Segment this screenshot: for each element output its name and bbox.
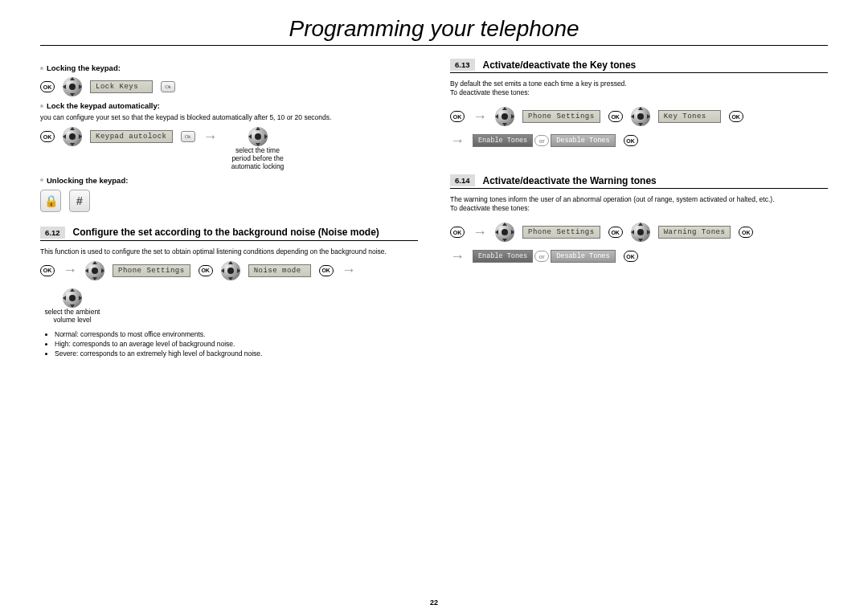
bullet-icon (40, 67, 43, 70)
hash-key-icon: # (69, 190, 90, 212)
right-column: 6.13 Activate/deactivate the Key tones B… (450, 59, 828, 359)
section-num: 6.12 (40, 227, 65, 239)
subhead-unlock: Unlocking the keypad: (40, 176, 418, 185)
section-num: 6.14 (450, 174, 475, 186)
dpad-icon (63, 127, 82, 146)
caption-noise: select the ambient volume level (40, 308, 104, 324)
lcd-phone-settings: Phone Settings (113, 264, 190, 277)
dpad-icon (631, 107, 650, 126)
softkey-ok: Ok (161, 81, 175, 92)
section-title: Activate/deactivate the Key tones (483, 59, 637, 71)
lcd-phone-settings: Phone Settings (522, 226, 600, 239)
page-number: 22 (430, 599, 438, 607)
section-num: 6.13 (450, 59, 475, 71)
ok-button: OK (40, 265, 55, 276)
ok-button: OK (729, 111, 743, 122)
section-6-12-desc: This function is used to configure the s… (40, 247, 418, 256)
subhead-text: Locking the keypad: (47, 63, 121, 72)
s614-desc1: The warning tones inform the user of an … (450, 195, 828, 204)
toggle-tones: Enable Tones or Desable Tones (473, 131, 616, 150)
toggle-disable: Desable Tones (551, 250, 615, 263)
caption-auto: select the time period before the automa… (226, 146, 290, 171)
ok-button: OK (624, 251, 638, 262)
bullet-icon (40, 104, 43, 108)
section-6-12: 6.12 Configure the set according to the … (40, 227, 418, 241)
section-6-13: 6.13 Activate/deactivate the Key tones (450, 59, 828, 73)
arrow-right-icon: → (203, 127, 218, 146)
dpad-icon (495, 107, 514, 126)
ok-button: OK (608, 227, 623, 238)
dpad-icon (63, 288, 82, 308)
noise-bullets: Normal: corresponds to most office envir… (51, 330, 418, 359)
toggle-enable: Enable Tones (473, 250, 533, 263)
ok-button: OK (450, 111, 465, 122)
subhead-lock-keypad: Locking the keypad: (40, 63, 418, 72)
ok-button: OK (739, 227, 753, 238)
dpad-icon (631, 223, 650, 242)
dpad-icon (248, 127, 268, 146)
or-divider-icon: or (534, 135, 549, 146)
dpad-icon (63, 77, 82, 96)
ok-button: OK (319, 265, 334, 276)
lcd-phone-settings: Phone Settings (522, 110, 600, 123)
toggle-tones: Enable Tones or Desable Tones (473, 247, 616, 266)
section-6-14: 6.14 Activate/deactivate the Warning ton… (450, 174, 828, 189)
section-title: Activate/deactivate the Warning tones (483, 175, 657, 186)
s614-desc2: To deactivate these tones: (450, 204, 828, 213)
subhead-text: Lock the keypad automatically: (47, 101, 160, 110)
toggle-disable: Desable Tones (551, 134, 615, 147)
ok-button: OK (450, 227, 465, 238)
auto-lock-desc: you can configure your set so that the k… (40, 113, 418, 122)
or-divider-icon: or (534, 251, 549, 262)
lcd-keypad-autolock: Keypad autolock (90, 130, 173, 143)
dpad-icon (85, 261, 104, 280)
s613-desc1: By default the set emits a tone each tim… (450, 80, 828, 88)
dpad-icon (221, 261, 240, 280)
toggle-enable: Enable Tones (473, 134, 533, 147)
list-item: Normal: corresponds to most office envir… (55, 330, 418, 340)
lcd-noise-mode: Noise mode (248, 264, 311, 277)
softkey-ok: Ok (181, 131, 195, 142)
arrow-right-icon: → (342, 261, 356, 280)
list-item: High: corresponds to an average level of… (55, 340, 418, 349)
subhead-auto-lock: Lock the keypad automatically: (40, 101, 418, 110)
dpad-icon (495, 223, 514, 242)
ok-button: OK (40, 81, 55, 92)
arrow-right-icon: → (63, 261, 77, 280)
s613-desc2: To deactivate these tones: (450, 88, 828, 97)
bullet-icon (40, 178, 43, 182)
ok-button: OK (608, 111, 623, 122)
lcd-key-tones: Key Tones (658, 110, 721, 123)
lock-key-icon: 🔒 (40, 190, 61, 212)
ok-button: OK (624, 135, 638, 146)
arrow-right-icon: → (473, 223, 487, 242)
subhead-text: Unlocking the keypad: (47, 176, 128, 185)
arrow-right-icon: → (473, 107, 487, 126)
section-title: Configure the set according to the backg… (73, 227, 379, 238)
lcd-warning-tones: Warning Tones (658, 226, 731, 239)
left-column: Locking the keypad: OK Lock Keys Ok Lock… (40, 59, 418, 359)
arrow-right-icon: → (450, 131, 465, 150)
lcd-lock-keys: Lock Keys (90, 80, 153, 93)
page-title: Programming your telephone (40, 16, 828, 46)
list-item: Severe: corresponds to an extremely high… (55, 349, 418, 359)
arrow-right-icon: → (450, 247, 465, 266)
ok-button: OK (199, 265, 213, 276)
ok-button: OK (40, 131, 55, 142)
